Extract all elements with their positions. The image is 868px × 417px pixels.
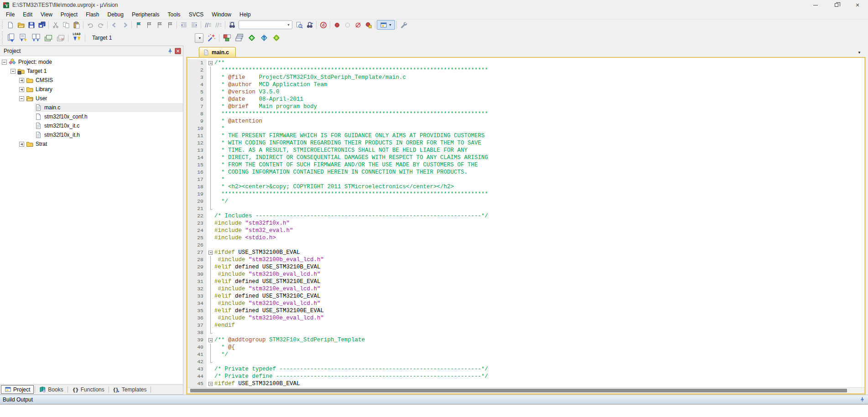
download-flash-button[interactable]: LOAD [70, 31, 83, 44]
menu-flash[interactable]: Flash [82, 10, 103, 19]
collapse-minus-icon[interactable] [19, 96, 24, 101]
breakpoint-disable-button[interactable] [342, 20, 353, 30]
menu-project[interactable]: Project [57, 10, 82, 19]
tree-item-cell[interactable]: Target 1 [17, 67, 183, 76]
menu-tools[interactable]: Tools [164, 10, 185, 19]
options-for-target-button[interactable] [205, 32, 218, 44]
indent-right-button[interactable] [189, 20, 199, 30]
target-select-combo[interactable]: Target 1▼ [88, 32, 203, 43]
uncomment-selection-button[interactable] [213, 20, 223, 30]
incremental-find-button[interactable] [304, 20, 315, 30]
minimize-button[interactable] [805, 0, 826, 10]
software-packs-button[interactable] [270, 32, 282, 44]
tree-item-cell[interactable]: main.c [35, 103, 183, 112]
bookmark-prev-button[interactable] [144, 20, 154, 30]
tree-item-cell[interactable]: stm32f10x_it.c [35, 121, 183, 130]
menu-peripherals[interactable]: Peripherals [128, 10, 164, 19]
save-all-button[interactable] [36, 20, 47, 30]
menu-debug[interactable]: Debug [104, 10, 128, 19]
batch-build-button[interactable] [42, 32, 54, 44]
nav-forward-button[interactable] [120, 20, 130, 30]
configure-tools-button[interactable] [398, 20, 409, 30]
nav-back-button[interactable] [109, 20, 120, 30]
redo-button[interactable] [95, 20, 106, 30]
collapse-minus-icon[interactable] [10, 69, 16, 74]
indent-left-button[interactable] [178, 20, 189, 30]
tree-item-stm32f10x-it-h[interactable]: stm32f10x_it.h [0, 130, 183, 139]
save-file-button[interactable] [26, 20, 36, 30]
tree-item-cell[interactable]: User [26, 94, 183, 103]
fold-marker[interactable] [207, 380, 214, 387]
tree-item-strat[interactable]: Strat [0, 139, 183, 149]
paste-button[interactable] [71, 20, 82, 30]
panel-tab-project[interactable]: Project [1, 385, 34, 394]
expand-plus-icon[interactable] [19, 87, 24, 92]
find-in-files-button[interactable] [227, 20, 237, 30]
breakpoint-enable-all-button[interactable] [363, 20, 374, 30]
stop-build-button[interactable] [54, 32, 67, 44]
fold-collapse-icon[interactable] [208, 61, 213, 65]
fold-marker[interactable] [207, 249, 214, 256]
tree-item-stm32f10x-conf-h[interactable]: stm32f10x_conf.h [0, 112, 183, 121]
pin-icon[interactable] [167, 48, 173, 54]
expand-plus-icon[interactable] [19, 142, 24, 147]
tree-item-cell[interactable]: Strat [26, 139, 183, 149]
menu-edit[interactable]: Edit [19, 10, 36, 19]
tree-item-cell[interactable]: stm32f10x_conf.h [35, 112, 183, 121]
panel-close-icon[interactable] [175, 48, 181, 54]
tree-item-user[interactable]: User [0, 94, 183, 103]
comment-selection-button[interactable] [203, 20, 213, 30]
window-layout-button[interactable]: ▼ [377, 20, 395, 30]
scrollbar-thumb[interactable] [190, 389, 847, 392]
panel-tab-templates[interactable]: {}Templates [110, 385, 150, 394]
code-editor[interactable]: 1/**2 **********************************… [187, 58, 864, 387]
expand-plus-icon[interactable] [19, 78, 24, 83]
fold-collapse-icon[interactable] [208, 382, 213, 386]
tree-item-main-c[interactable]: main.c [0, 103, 183, 112]
fold-marker[interactable] [207, 336, 214, 344]
menu-help[interactable]: Help [235, 10, 255, 19]
tree-item-cell[interactable]: Library [26, 85, 183, 94]
manage-rte-button[interactable] [245, 32, 258, 44]
bookmark-clear-all-button[interactable] [165, 20, 175, 30]
tree-item-project-mode[interactable]: Project: mode [0, 57, 183, 67]
configure-flash-tools-button[interactable] [258, 32, 270, 44]
menu-file[interactable]: File [2, 10, 19, 19]
target-select-dropdown[interactable]: ▼ [195, 33, 203, 43]
tree-item-target-1[interactable]: Target 1 [0, 67, 183, 76]
find-in-files-2-button[interactable] [294, 20, 304, 30]
fold-marker[interactable] [207, 59, 214, 67]
collapse-minus-icon[interactable] [2, 60, 7, 65]
menu-view[interactable]: View [36, 10, 57, 19]
fold-collapse-icon[interactable] [208, 251, 213, 255]
cut-button[interactable] [50, 20, 61, 30]
rebuild-all-button[interactable] [30, 32, 42, 44]
bookmark-next-button[interactable] [154, 20, 165, 30]
tree-item-cmsis[interactable]: CMSIS [0, 76, 183, 85]
tree-item-library[interactable]: Library [0, 85, 183, 94]
close-button[interactable]: × [847, 0, 868, 10]
tree-item-stm32f10x-it-c[interactable]: stm32f10x_it.c [0, 121, 183, 130]
debug-session-button[interactable]: d [318, 20, 328, 30]
tree-item-cell[interactable]: CMSIS [26, 76, 183, 85]
document-list-dropdown[interactable]: ▼ [858, 51, 861, 55]
tab-main-c[interactable]: main.c [199, 47, 236, 57]
pin-icon[interactable] [859, 396, 865, 402]
tree-item-cell[interactable]: Project: mode [9, 57, 183, 67]
panel-tab-functions[interactable]: {}Functions [69, 385, 108, 394]
fold-collapse-icon[interactable] [208, 338, 213, 342]
build-target-button[interactable] [17, 32, 30, 44]
tree-item-cell[interactable]: stm32f10x_it.h [35, 130, 183, 139]
new-file-button[interactable] [5, 20, 16, 30]
open-file-button[interactable] [16, 20, 26, 30]
menu-window[interactable]: Window [208, 10, 235, 19]
breakpoint-kill-all-button[interactable] [353, 20, 363, 30]
copy-button[interactable] [61, 20, 71, 30]
breakpoint-insert-button[interactable] [332, 20, 342, 30]
manage-components-button[interactable] [221, 32, 233, 44]
translate-file-button[interactable] [5, 32, 17, 44]
panel-tab-books[interactable]: ?Books [36, 385, 66, 394]
menu-svcs[interactable]: SVCS [185, 10, 208, 19]
horizontal-scrollbar[interactable] [187, 387, 864, 393]
restore-button[interactable] [826, 0, 847, 10]
